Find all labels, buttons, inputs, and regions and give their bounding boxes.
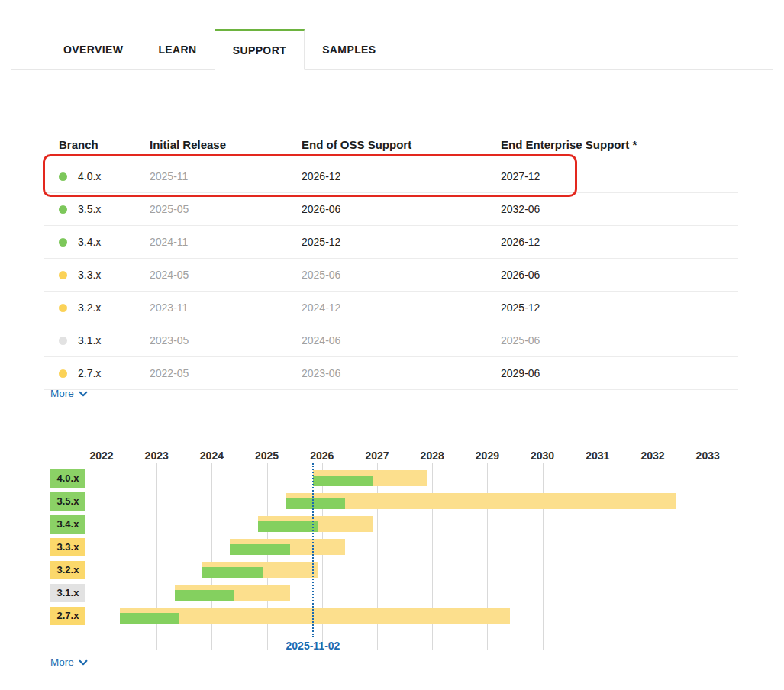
status-dot-yellow — [59, 304, 67, 312]
initial-release-cell: 2022-05 — [142, 367, 294, 379]
branch-cell: 4.0.x — [44, 170, 142, 182]
chevron-down-icon — [78, 387, 89, 399]
tab-learn[interactable]: LEARN — [140, 29, 214, 69]
project-tabs: OVERVIEWLEARNSUPPORTSAMPLES — [11, 29, 773, 70]
branch-cell: 3.3.x — [44, 269, 142, 281]
current-date-label: 2025-11-02 — [267, 640, 359, 652]
year-tick-label: 2032 — [625, 450, 680, 462]
table-row: 3.5.x2025-052026-062032-06 — [44, 193, 738, 226]
chevron-down-icon — [78, 656, 89, 668]
oss-support-bar — [120, 613, 179, 624]
year-tick-label: 2031 — [570, 450, 625, 462]
table-more-link[interactable]: More — [50, 387, 89, 399]
enterprise-end-cell: 2026-06 — [493, 269, 738, 281]
branch-label: 3.1.x — [78, 334, 101, 347]
branch-cell: 3.4.x — [44, 236, 142, 248]
oss-support-bar — [202, 567, 262, 578]
enterprise-end-cell: 2027-12 — [493, 170, 738, 182]
table-row: 3.4.x2024-112025-122026-12 — [44, 226, 738, 259]
chart-branch-label: 3.5.x — [50, 492, 85, 511]
header-branch: Branch — [44, 138, 142, 151]
chart-branch-label: 3.4.x — [50, 515, 85, 534]
year-tick-label: 2029 — [460, 450, 515, 462]
tab-overview[interactable]: OVERVIEW — [46, 29, 140, 69]
year-tick-label: 2024 — [184, 450, 239, 462]
support-table-body: 4.0.x2025-112026-122027-123.5.x2025-0520… — [44, 160, 738, 390]
year-tick-label: 2028 — [405, 450, 460, 462]
status-dot-green — [59, 238, 67, 247]
branch-cell: 2.7.x — [44, 367, 142, 379]
chart-branch-label: 3.1.x — [50, 584, 85, 602]
enterprise-end-cell: 2026-12 — [493, 236, 738, 248]
branch-label: 3.2.x — [78, 301, 101, 314]
chart-more-label: More — [50, 656, 74, 668]
table-row: 2.7.x2022-052023-062029-06 — [44, 357, 738, 390]
chart-branch-label: 3.3.x — [50, 538, 85, 556]
enterprise-end-cell: 2032-06 — [493, 203, 738, 215]
enterprise-support-bar — [120, 608, 510, 624]
enterprise-support-bar — [286, 493, 676, 509]
branch-label: 3.4.x — [78, 236, 101, 248]
status-dot-yellow — [59, 369, 67, 378]
chart-gridline — [102, 463, 102, 650]
oss-support-bar — [258, 521, 318, 532]
chart-gridline — [487, 463, 488, 650]
enterprise-support-bar — [202, 562, 317, 578]
current-date-line — [312, 463, 314, 637]
oss-end-cell: 2025-06 — [294, 269, 493, 281]
oss-end-cell: 2026-06 — [294, 203, 493, 215]
oss-end-cell: 2026-12 — [294, 170, 493, 182]
branch-cell: 3.2.x — [44, 301, 142, 314]
header-enterprise-end: End Enterprise Support * — [493, 138, 738, 151]
header-oss-end: End of OSS Support — [294, 138, 493, 151]
project-support-page: OVERVIEWLEARNSUPPORTSAMPLES Branch Initi… — [0, 0, 784, 690]
year-tick-label: 2033 — [680, 450, 735, 462]
chart-more-link[interactable]: More — [50, 656, 89, 668]
status-dot-yellow — [59, 271, 67, 279]
initial-release-cell: 2023-05 — [142, 334, 294, 347]
chart-gridline — [156, 463, 157, 650]
branch-cell: 3.1.x — [44, 334, 142, 347]
enterprise-support-bar — [230, 539, 344, 555]
oss-support-bar — [286, 498, 345, 509]
support-table-section: Branch Initial Release End of OSS Suppor… — [44, 128, 738, 390]
status-dot-green — [59, 205, 67, 214]
enterprise-support-bar — [313, 470, 427, 486]
enterprise-end-cell: 2025-06 — [493, 334, 738, 347]
table-row: 3.2.x2023-112024-122025-12 — [44, 292, 738, 324]
branch-label: 3.3.x — [78, 269, 101, 281]
tab-support[interactable]: SUPPORT — [215, 29, 305, 70]
tab-samples[interactable]: SAMPLES — [305, 29, 393, 69]
oss-end-cell: 2024-12 — [294, 301, 493, 314]
chart-branch-label: 2.7.x — [50, 607, 85, 625]
header-initial-release: Initial Release — [142, 138, 294, 151]
table-row: 3.1.x2023-052024-062025-06 — [44, 324, 738, 357]
oss-support-bar — [230, 544, 289, 555]
initial-release-cell: 2025-05 — [142, 203, 294, 215]
chart-gridline — [543, 463, 544, 650]
initial-release-cell: 2023-11 — [142, 301, 294, 314]
year-tick-label: 2022 — [74, 450, 129, 462]
initial-release-cell: 2024-05 — [142, 269, 294, 281]
chart-gridline — [211, 463, 212, 650]
support-table-header: Branch Initial Release End of OSS Suppor… — [44, 128, 738, 160]
enterprise-end-cell: 2029-06 — [493, 367, 738, 379]
oss-support-bar — [175, 590, 234, 601]
chart-gridline — [598, 463, 598, 650]
year-tick-label: 2027 — [350, 450, 405, 462]
chart-gridline — [267, 463, 268, 650]
oss-end-cell: 2025-12 — [294, 236, 493, 248]
status-dot-green — [59, 172, 67, 181]
enterprise-support-bar — [258, 516, 373, 532]
initial-release-cell: 2025-11 — [142, 170, 294, 182]
chart-gridline — [708, 463, 708, 650]
chart-gridline — [322, 463, 323, 650]
enterprise-support-bar — [175, 585, 289, 601]
chart-branch-label: 3.2.x — [50, 561, 85, 579]
branch-cell: 3.5.x — [44, 203, 142, 215]
table-row: 3.3.x2024-052025-062026-06 — [44, 259, 738, 292]
branch-label: 3.5.x — [78, 203, 101, 215]
year-tick-label: 2023 — [129, 450, 184, 462]
oss-end-cell: 2024-06 — [294, 334, 493, 347]
table-row: 4.0.x2025-112026-122027-12 — [44, 160, 738, 193]
